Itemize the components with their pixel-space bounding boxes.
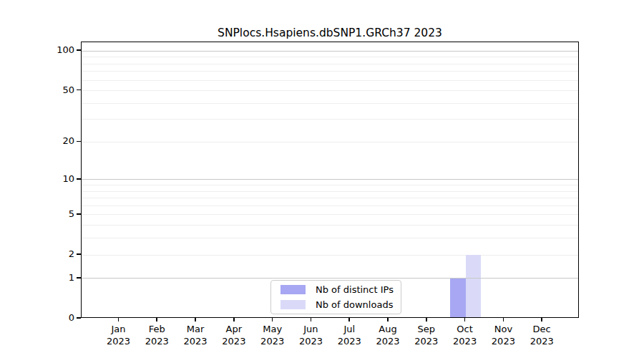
gridline-minor-30 [82,119,578,120]
x-tick-mar [195,318,196,321]
x-label-month: Jun [289,324,332,336]
y-tick-100 [77,49,81,51]
x-label-year: 2023 [444,336,487,348]
gridline-minor-50 [82,90,578,91]
x-tick-feb [156,318,157,321]
x-tick-dec [541,318,542,321]
legend-label-downloads: Nb of downloads [316,299,393,310]
legend: Nb of distinct IPs Nb of downloads [270,280,401,314]
x-tick-jun [311,318,312,321]
x-label-year: 2023 [135,336,178,348]
x-tick-jan [118,318,119,321]
gridline-minor-6 [82,205,578,206]
plot-area [81,42,579,318]
x-label-year: 2023 [174,336,217,348]
y-tick-2 [77,253,81,255]
y-tick-label-50: 50 [43,84,74,96]
x-label-month: Sep [405,324,448,336]
y-tick-5 [77,213,81,215]
x-tick-label-oct: Oct2023 [444,324,487,347]
y-tick-20 [77,141,81,142]
x-tick-label-jan: Jan2023 [97,324,140,347]
y-tick-label-0: 0 [43,312,74,324]
x-tick-label-may: May2023 [251,324,294,347]
figure: SNPlocs.Hsapiens.dbSNP1.GRCh37 2023 Nb o… [0,0,644,358]
gridline-minor-5 [82,214,578,215]
x-label-year: 2023 [405,336,448,348]
gridline-minor-60 [82,80,578,81]
gridline-minor-7 [82,198,578,198]
x-tick-label-jun: Jun2023 [289,324,332,347]
x-tick-label-jul: Jul2023 [328,324,371,347]
x-label-month: Nov [482,324,525,336]
gridline-minor-40 [82,103,578,104]
gridline-minor-20 [82,142,578,142]
x-tick-label-apr: Apr2023 [213,324,255,347]
x-label-month: Mar [174,324,217,336]
x-tick-apr [233,318,235,321]
gridline-minor-90 [82,57,578,57]
x-tick-may [272,318,273,321]
chart-title: SNPlocs.Hsapiens.dbSNP1.GRCh37 2023 [218,26,442,39]
gridline-minor-4 [82,225,578,226]
x-label-month: Dec [520,324,563,336]
x-tick-label-mar: Mar2023 [174,324,217,347]
y-tick-10 [77,178,81,180]
bar-distinct-ips-oct [450,279,466,318]
gridline-minor-9 [82,185,578,185]
x-label-year: 2023 [328,336,371,348]
y-tick-1 [77,277,81,279]
y-tick-label-1: 1 [43,272,74,284]
x-label-month: Jan [97,324,140,336]
y-tick-50 [77,90,81,91]
y-tick-label-20: 20 [43,135,74,147]
x-tick-label-feb: Feb2023 [135,324,178,347]
legend-swatch-distinct-ips [280,285,306,294]
x-tick-label-dec: Dec2023 [520,324,563,347]
x-label-month: Feb [135,324,178,336]
legend-item-distinct-ips: Nb of distinct IPs [280,283,394,296]
gridline-minor-2 [82,255,578,256]
x-tick-aug [387,318,389,321]
x-label-year: 2023 [213,336,255,348]
gridline-major-10 [82,179,578,180]
gridline-minor-70 [82,71,578,72]
x-label-year: 2023 [482,336,525,348]
x-label-month: Jul [328,324,371,336]
y-tick-label-10: 10 [43,173,74,185]
x-label-year: 2023 [520,336,563,348]
y-tick-label-5: 5 [43,208,74,220]
x-tick-jul [348,318,350,321]
x-label-year: 2023 [289,336,332,348]
x-tick-nov [503,318,504,321]
legend-item-downloads: Nb of downloads [280,298,394,311]
x-label-year: 2023 [366,336,409,348]
x-label-year: 2023 [97,336,140,348]
x-label-year: 2023 [251,336,294,348]
gridline-minor-8 [82,191,578,192]
x-tick-label-aug: Aug2023 [366,324,409,347]
y-tick-label-100: 100 [43,44,74,56]
x-tick-sep [426,318,427,321]
legend-label-distinct-ips: Nb of distinct IPs [316,284,394,295]
x-label-month: Oct [444,324,487,336]
gridline-major-100 [82,51,578,52]
gridline-minor-80 [82,64,578,64]
gridline-major-1 [82,278,578,279]
x-label-month: Apr [213,324,255,336]
x-label-month: Aug [366,324,409,336]
x-tick-label-nov: Nov2023 [482,324,525,347]
x-label-month: May [251,324,294,336]
y-tick-0 [77,317,81,319]
x-tick-label-sep: Sep2023 [405,324,448,347]
gridline-minor-3 [82,238,578,238]
x-tick-oct [464,318,466,321]
legend-swatch-downloads [280,300,306,309]
y-tick-label-2: 2 [43,248,74,260]
bar-downloads-oct [466,255,482,318]
